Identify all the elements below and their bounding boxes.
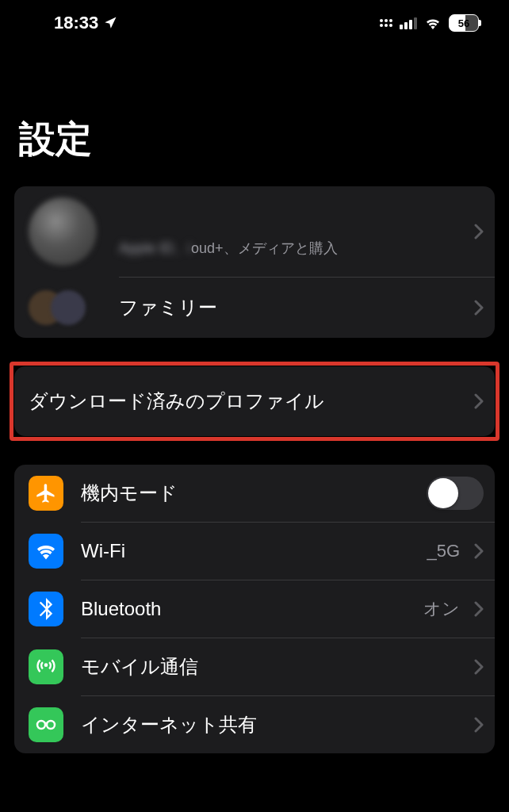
downloaded-profile-section: ダウンロード済みのプロファイル bbox=[14, 366, 495, 436]
bluetooth-icon bbox=[29, 592, 63, 626]
chevron-right-icon bbox=[474, 659, 484, 675]
wifi-icon bbox=[424, 17, 442, 29]
wifi-network-suffix: _5G bbox=[427, 541, 460, 561]
downloaded-profile-label: ダウンロード済みのプロファイル bbox=[29, 374, 466, 428]
account-name bbox=[119, 206, 466, 234]
chevron-right-icon bbox=[474, 717, 484, 733]
wifi-settings-icon bbox=[29, 534, 63, 569]
airplane-mode-row[interactable]: 機内モード bbox=[14, 465, 495, 522]
status-time-area: 18:33 bbox=[54, 13, 117, 33]
cellular-icon bbox=[29, 649, 63, 684]
hotspot-icon bbox=[29, 707, 63, 742]
cellular-signal-icon bbox=[400, 17, 417, 29]
account-section: Apple ID、ioud+、メディアと購入 ファミリー bbox=[14, 186, 495, 338]
bluetooth-label: Bluetooth bbox=[81, 598, 423, 620]
status-indicators: 56 bbox=[380, 14, 479, 32]
apple-id-row[interactable]: Apple ID、ioud+、メディアと購入 bbox=[14, 186, 495, 277]
airplane-icon bbox=[29, 476, 63, 511]
status-time: 18:33 bbox=[54, 13, 98, 33]
chevron-right-icon bbox=[474, 300, 484, 316]
family-label: ファミリー bbox=[119, 295, 466, 320]
chevron-right-icon bbox=[474, 224, 484, 239]
account-info: Apple ID、ioud+、メディアと購入 bbox=[119, 206, 466, 258]
airplane-mode-label: 機内モード bbox=[81, 481, 427, 506]
airplane-mode-toggle[interactable] bbox=[427, 477, 484, 510]
page-title: 設定 bbox=[0, 40, 509, 186]
wifi-network-name-hidden bbox=[304, 539, 427, 563]
location-icon bbox=[103, 16, 117, 30]
family-row[interactable]: ファミリー bbox=[14, 278, 495, 338]
status-bar: 18:33 56 bbox=[0, 0, 509, 40]
wifi-label: Wi-Fi bbox=[81, 540, 304, 562]
hotspot-row[interactable]: インターネット共有 bbox=[14, 696, 495, 753]
bluetooth-row[interactable]: Bluetooth オン bbox=[14, 580, 495, 638]
svg-point-0 bbox=[37, 721, 45, 729]
battery-icon: 56 bbox=[449, 14, 479, 32]
bluetooth-value: オン bbox=[423, 597, 460, 621]
downloaded-profile-row[interactable]: ダウンロード済みのプロファイル bbox=[14, 366, 495, 436]
wifi-row[interactable]: Wi-Fi _5G bbox=[14, 523, 495, 580]
svg-point-1 bbox=[47, 721, 55, 729]
cellular-label: モバイル通信 bbox=[81, 654, 466, 680]
chevron-right-icon bbox=[474, 393, 484, 409]
avatar bbox=[29, 197, 97, 266]
dual-sim-icon bbox=[380, 19, 392, 27]
connectivity-section: 機内モード Wi-Fi _5G Bluetooth オン モバイル通信 インター bbox=[14, 465, 495, 753]
cellular-row[interactable]: モバイル通信 bbox=[14, 638, 495, 695]
account-subtitle: Apple ID、ioud+、メディアと購入 bbox=[119, 239, 466, 258]
hotspot-label: インターネット共有 bbox=[81, 712, 466, 737]
chevron-right-icon bbox=[474, 543, 484, 559]
family-avatars bbox=[29, 287, 97, 328]
chevron-right-icon bbox=[474, 601, 484, 617]
